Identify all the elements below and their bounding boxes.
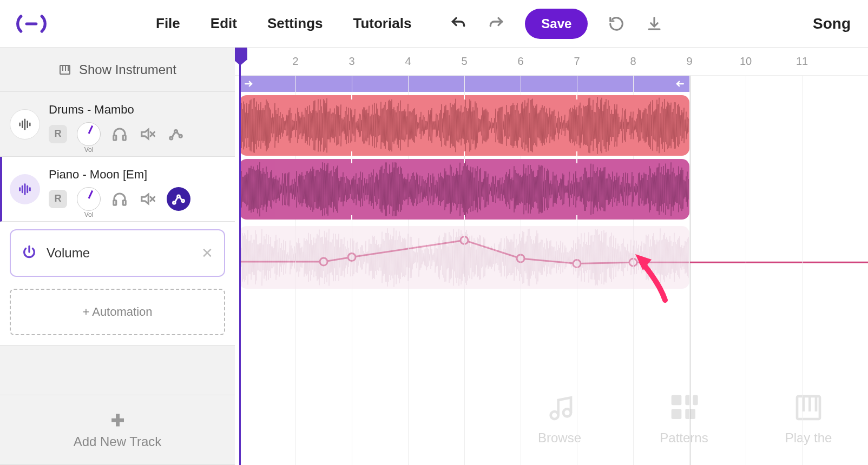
volume-knob[interactable]: Vol [77, 122, 101, 146]
undo-icon[interactable] [449, 15, 468, 33]
headphones-icon[interactable] [110, 125, 129, 143]
plus-icon: ✚ [111, 411, 124, 430]
close-icon[interactable]: ✕ [201, 245, 213, 262]
play-tile[interactable]: Play the [754, 373, 863, 465]
main-menu: File Edit Settings Tutorials [156, 15, 411, 32]
volume-label: Vol [84, 211, 94, 218]
svg-marker-26 [142, 194, 149, 204]
track-controls: R Vol [49, 187, 224, 211]
automation-icon[interactable] [167, 187, 190, 211]
tile-label: Patterns [660, 430, 708, 446]
top-bar: File Edit Settings Tutorials Save Song [0, 0, 868, 48]
audio-clip-piano[interactable] [239, 159, 689, 220]
track-row[interactable]: Piano - Moon [Em] R Vol [0, 157, 235, 222]
track-name: Drums - Mambo [49, 103, 224, 117]
revert-icon[interactable] [607, 15, 626, 33]
ruler-tick: 2 [292, 55, 298, 68]
app-logo[interactable] [15, 8, 48, 40]
menu-settings[interactable]: Settings [267, 15, 323, 32]
ruler-tick: 5 [461, 55, 467, 68]
main-area: Show Instrument Drums - Mambo R Vol [0, 48, 868, 465]
browse-tile[interactable]: Browse [505, 373, 614, 465]
track-row[interactable]: Drums - Mambo R Vol [0, 92, 235, 157]
download-icon[interactable] [645, 15, 663, 33]
svg-rect-40 [672, 409, 682, 419]
grid-line [746, 76, 746, 465]
menu-file[interactable]: File [156, 15, 180, 32]
automation-parameter-label: Volume [47, 245, 192, 261]
svg-rect-11 [114, 135, 116, 140]
grid-line [689, 76, 690, 465]
audio-clip-ghost[interactable] [239, 226, 689, 289]
record-arm-button[interactable]: R [49, 190, 67, 208]
svg-rect-24 [114, 200, 116, 205]
ruler-tick: 3 [348, 55, 354, 68]
svg-rect-25 [123, 200, 126, 205]
ruler-tick: 8 [630, 55, 636, 68]
menu-edit[interactable]: Edit [211, 15, 237, 32]
patterns-tile[interactable]: Patterns [630, 373, 738, 465]
bottom-tiles: Browse Patterns Play the [505, 373, 868, 465]
svg-rect-39 [693, 395, 698, 406]
waveform-icon [10, 109, 40, 140]
grid-line [802, 76, 803, 465]
headphones-icon[interactable] [110, 190, 129, 208]
view-mode-label[interactable]: Song [813, 15, 851, 32]
volume-knob[interactable]: Vol [77, 187, 101, 211]
ruler-tick: 7 [574, 55, 580, 68]
add-automation-button[interactable]: + Automation [10, 289, 225, 335]
ruler-tick: 11 [796, 55, 808, 68]
redo-icon[interactable] [487, 15, 505, 33]
audio-clip-drums[interactable] [239, 95, 689, 156]
waveform-icon [10, 174, 40, 204]
mute-icon[interactable] [139, 190, 157, 208]
callout-arrow-icon [635, 254, 673, 305]
add-new-track-button[interactable]: ✚ Add New Track [0, 395, 235, 465]
add-track-label: Add New Track [74, 434, 162, 449]
top-icon-group: Save [449, 9, 663, 39]
volume-label: Vol [84, 146, 94, 154]
timeline[interactable]: 234567891011 Browse Patterns [235, 48, 868, 465]
arrow-left-icon [674, 78, 685, 89]
svg-marker-13 [142, 129, 149, 139]
automation-panel: Volume ✕ + Automation [0, 222, 235, 346]
automation-icon[interactable] [167, 125, 185, 143]
svg-rect-12 [123, 135, 126, 140]
tile-label: Play the [785, 430, 832, 446]
timeline-ruler[interactable]: 234567891011 [235, 48, 868, 76]
track-info: Drums - Mambo R Vol [49, 103, 224, 146]
menu-tutorials[interactable]: Tutorials [353, 15, 411, 32]
ruler-tick: 9 [686, 55, 692, 68]
ruler-tick: 6 [517, 55, 523, 68]
power-icon[interactable] [22, 244, 37, 262]
ruler-tick: 10 [740, 55, 752, 68]
record-arm-button[interactable]: R [49, 125, 67, 143]
show-instrument-button[interactable]: Show Instrument [0, 48, 235, 92]
save-button[interactable]: Save [525, 9, 588, 39]
svg-rect-41 [685, 409, 695, 419]
ruler-tick: 4 [405, 55, 411, 68]
track-info: Piano - Moon [Em] R Vol [49, 168, 224, 211]
track-controls: R Vol [49, 122, 224, 146]
arrow-right-icon [244, 78, 254, 89]
playhead[interactable] [239, 48, 241, 465]
svg-rect-37 [672, 395, 682, 406]
show-instrument-label: Show Instrument [79, 62, 176, 77]
tile-label: Browse [538, 430, 581, 446]
track-name: Piano - Moon [Em] [49, 168, 224, 182]
mute-icon[interactable] [139, 125, 157, 143]
sidebar: Show Instrument Drums - Mambo R Vol [0, 48, 235, 465]
automation-parameter-row[interactable]: Volume ✕ [10, 229, 225, 277]
